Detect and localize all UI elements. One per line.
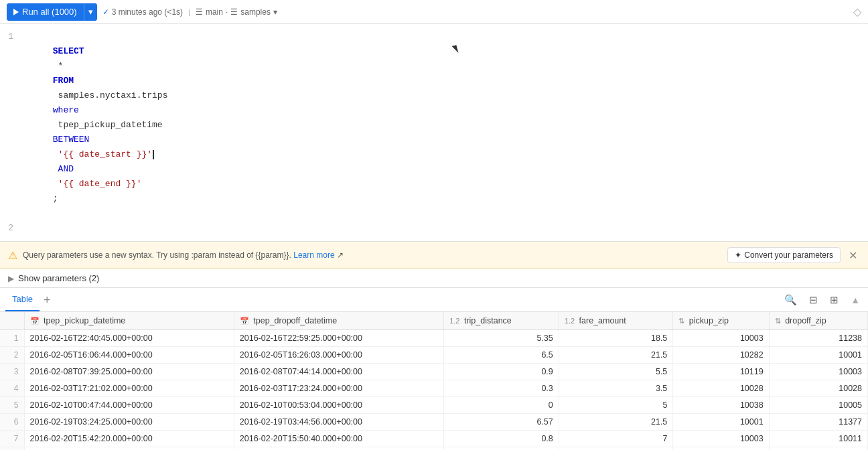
row-number-header xyxy=(0,312,24,330)
cell-pickup: 2016-02-03T17:21:02.000+00:00 xyxy=(24,380,234,397)
cell-dist: 0.3 xyxy=(444,380,559,397)
cell-pickup-zip: 10199 xyxy=(673,447,769,451)
convert-parameters-button[interactable]: ✦ Convert your parameters xyxy=(727,247,841,263)
cell-pickup-zip: 10003 xyxy=(673,330,769,347)
cell-dropoff: 2016-02-20T15:50:40.000+00:00 xyxy=(234,431,443,447)
cell-pickup: 2016-02-20T15:42:20.000+00:00 xyxy=(24,431,234,447)
cell-fare: 21.5 xyxy=(559,347,673,364)
run-all-button[interactable]: Run all (1000) ▾ xyxy=(7,3,97,21)
editor-line-1: 1 SELECT * FROM samples.nyctaxi.trips wh… xyxy=(0,29,868,221)
cell-pickup: 2016-02-16T22:40:45.000+00:00 xyxy=(24,330,234,347)
branch-info: ☰ main · ☰ samples ▾ xyxy=(196,7,277,17)
semicolon: ; xyxy=(53,194,58,204)
samples-label: samples xyxy=(240,7,271,17)
filter-button[interactable]: ⊟ xyxy=(806,291,820,309)
toolbar-right: ◇ xyxy=(853,5,861,18)
cell-dropoff: 2016-02-05T16:26:03.000+00:00 xyxy=(234,347,443,364)
cell-fare: 21.5 xyxy=(559,414,673,431)
chevron-right-icon: ▶ xyxy=(8,274,14,283)
cell-dropoff: 2016-02-10T00:53:04.000+00:00 xyxy=(234,397,443,414)
play-icon xyxy=(13,9,19,15)
tab-table[interactable]: Table xyxy=(5,288,40,311)
toolbar-meta: ✓ 3 minutes ago (<1s) xyxy=(102,7,183,17)
table-row: 2 2016-02-05T16:06:44.000+00:00 2016-02-… xyxy=(0,347,868,364)
num-icon-1: 1.2 xyxy=(449,317,459,325)
col-header-pickup-zip[interactable]: ⇅ pickup_zip xyxy=(673,312,769,330)
warning-icon: ⚠ xyxy=(8,249,17,262)
cell-dist: 0.8 xyxy=(444,431,559,447)
str-date-start: '{{ date_start }}' xyxy=(53,149,152,159)
table-row: 1 2016-02-16T22:40:45.000+00:00 2016-02-… xyxy=(0,330,868,347)
row-num: 8 xyxy=(0,447,24,451)
results-table-container[interactable]: 📅 tpep_pickup_datetime 📅 tpep_dropoff_da… xyxy=(0,312,868,450)
catalog-icon: ☰ xyxy=(230,7,238,17)
datetime-icon-1: 📅 xyxy=(30,317,40,325)
text-cursor xyxy=(153,150,154,159)
cell-dropoff-zip: 11377 xyxy=(769,414,867,431)
cell-pickup-zip: 10038 xyxy=(673,397,769,414)
show-params-label: Show parameters (2) xyxy=(18,273,99,283)
table-row: 8 2016-02-14T16:19:53.000+00:00 2016-02-… xyxy=(0,447,868,451)
check-icon: ✓ xyxy=(102,7,109,17)
warning-banner: ⚠ Query parameters use a new syntax. Try… xyxy=(0,242,868,269)
cell-pickup-zip: 10282 xyxy=(673,347,769,364)
table-row: 3 2016-02-08T07:39:25.000+00:00 2016-02-… xyxy=(0,364,868,380)
cell-dist: 6.5 xyxy=(444,347,559,364)
cell-dist: 0.9 xyxy=(444,364,559,380)
col-name-dropoff-zip: dropoff_zip xyxy=(785,316,826,325)
cell-fare: 9 xyxy=(559,447,673,451)
show-parameters-row[interactable]: ▶ Show parameters (2) xyxy=(0,269,868,288)
dot-sep: · xyxy=(226,7,228,17)
cell-pickup: 2016-02-10T00:47:44.000+00:00 xyxy=(24,397,234,414)
add-tab-button[interactable]: + xyxy=(40,294,55,306)
plain-star: * xyxy=(53,61,68,71)
cell-pickup-zip: 10001 xyxy=(673,414,769,431)
cell-dropoff: 2016-02-16T22:59:25.000+00:00 xyxy=(234,330,443,347)
cell-dropoff: 2016-02-03T17:23:24.000+00:00 xyxy=(234,380,443,397)
col-header-fare[interactable]: 1.2 fare_amount xyxy=(559,312,673,330)
warning-text: Query parameters use a new syntax. Try u… xyxy=(23,250,722,260)
line-number-2: 2 xyxy=(5,221,21,236)
convert-label: Convert your parameters xyxy=(744,250,833,260)
cell-dist: 0 xyxy=(444,397,559,414)
row-num: 1 xyxy=(0,330,24,347)
toolbar-separator: | xyxy=(188,8,190,16)
col-header-dist[interactable]: 1.2 trip_distance xyxy=(444,312,559,330)
cell-dropoff: 2016-02-19T03:44:56.000+00:00 xyxy=(234,414,443,431)
cell-dropoff-zip: 10011 xyxy=(769,431,867,447)
col-name-dropoff: tpep_dropoff_datetime xyxy=(253,316,337,325)
col-header-dropoff[interactable]: 📅 tpep_dropoff_datetime xyxy=(234,312,443,330)
warning-message: Query parameters use a new syntax. Try u… xyxy=(23,250,291,260)
col-ref: tpep_pickup_datetime xyxy=(53,120,168,130)
cell-dist: 1.3 xyxy=(444,447,559,451)
cell-fare: 18.5 xyxy=(559,330,673,347)
table-ref: samples.nyctaxi.trips xyxy=(53,90,173,100)
learn-more-link[interactable]: Learn more xyxy=(293,250,334,260)
run-arrow[interactable]: ▾ xyxy=(84,3,97,21)
editor-line-2: 2 xyxy=(0,221,868,236)
cell-fare: 7 xyxy=(559,431,673,447)
dropdown-arrow: ▾ xyxy=(273,7,277,17)
table-body: 1 2016-02-16T22:40:45.000+00:00 2016-02-… xyxy=(0,330,868,451)
line-content-2 xyxy=(21,221,863,236)
columns-button[interactable]: ⊞ xyxy=(827,291,841,309)
timestamp: 3 minutes ago (<1s) xyxy=(112,7,183,17)
diamond-icon: ◇ xyxy=(853,6,861,17)
tabs-actions: 🔍 ⊟ ⊞ ▲ xyxy=(782,291,863,309)
convert-icon: ✦ xyxy=(735,250,741,260)
cell-fare: 5 xyxy=(559,397,673,414)
row-num: 5 xyxy=(0,397,24,414)
col-header-pickup[interactable]: 📅 tpep_pickup_datetime xyxy=(24,312,234,330)
cell-dropoff-zip: 10028 xyxy=(769,380,867,397)
col-name-dist: trip_distance xyxy=(464,316,512,325)
toolbar: Run all (1000) ▾ ✓ 3 minutes ago (<1s) |… xyxy=(0,0,868,24)
close-warning-button[interactable]: ✕ xyxy=(846,249,860,262)
sql-editor[interactable]: 1 SELECT * FROM samples.nyctaxi.trips wh… xyxy=(0,24,868,242)
cell-dropoff-zip: 10005 xyxy=(769,397,867,414)
collapse-button[interactable]: ▲ xyxy=(848,292,863,308)
run-main[interactable]: Run all (1000) xyxy=(7,3,84,21)
search-button[interactable]: 🔍 xyxy=(782,291,800,309)
num-icon-2: 1.2 xyxy=(565,317,575,325)
kw-select: SELECT xyxy=(53,46,84,56)
col-header-dropoff-zip[interactable]: ⇅ dropoff_zip xyxy=(769,312,867,330)
